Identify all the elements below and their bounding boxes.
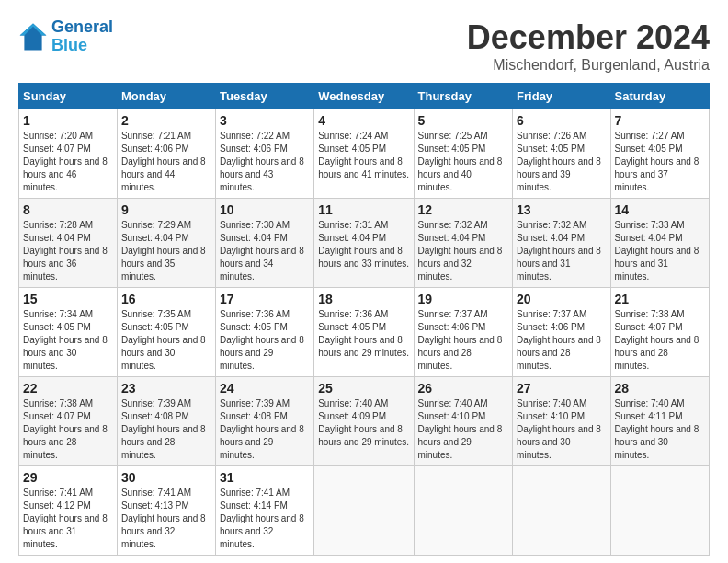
calendar-cell: 25 Sunrise: 7:40 AMSunset: 4:09 PMDaylig…	[314, 377, 414, 466]
day-number: 5	[418, 113, 509, 128]
day-number: 7	[615, 113, 705, 128]
calendar-cell: 1 Sunrise: 7:20 AMSunset: 4:07 PMDayligh…	[19, 109, 118, 199]
month-title: December 2024	[467, 18, 710, 57]
day-number: 17	[220, 292, 310, 306]
calendar-row: 15 Sunrise: 7:34 AMSunset: 4:05 PMDaylig…	[19, 288, 710, 377]
calendar-cell: 22 Sunrise: 7:38 AMSunset: 4:07 PMDaylig…	[19, 377, 118, 466]
day-info: Sunrise: 7:29 AMSunset: 4:04 PMDaylight …	[121, 220, 206, 282]
calendar-cell: 14 Sunrise: 7:33 AMSunset: 4:04 PMDaylig…	[610, 199, 709, 288]
header: General Blue December 2024 Mischendorf, …	[18, 18, 710, 74]
calendar-cell: 26 Sunrise: 7:40 AMSunset: 4:10 PMDaylig…	[414, 377, 513, 466]
day-number: 18	[318, 292, 409, 306]
day-info: Sunrise: 7:27 AMSunset: 4:05 PMDaylight …	[615, 131, 700, 192]
calendar-cell: 7 Sunrise: 7:27 AMSunset: 4:05 PMDayligh…	[610, 109, 709, 199]
calendar-cell: 27 Sunrise: 7:40 AMSunset: 4:10 PMDaylig…	[513, 377, 610, 466]
day-number: 14	[615, 202, 705, 217]
day-info: Sunrise: 7:24 AMSunset: 4:05 PMDaylight …	[318, 131, 409, 179]
calendar-cell: 20 Sunrise: 7:37 AMSunset: 4:06 PMDaylig…	[513, 288, 610, 377]
calendar-cell: 16 Sunrise: 7:35 AMSunset: 4:05 PMDaylig…	[117, 288, 215, 377]
day-number: 31	[220, 470, 310, 485]
day-info: Sunrise: 7:41 AMSunset: 4:13 PMDaylight …	[121, 488, 206, 549]
day-info: Sunrise: 7:32 AMSunset: 4:04 PMDaylight …	[517, 220, 601, 282]
calendar-cell: 5 Sunrise: 7:25 AMSunset: 4:05 PMDayligh…	[414, 109, 513, 199]
calendar-cell: 8 Sunrise: 7:28 AMSunset: 4:04 PMDayligh…	[19, 199, 118, 288]
day-number: 1	[23, 113, 113, 128]
day-info: Sunrise: 7:39 AMSunset: 4:08 PMDaylight …	[220, 398, 304, 460]
weekday-header-tuesday: Tuesday	[215, 84, 313, 109]
day-number: 29	[23, 470, 113, 485]
weekday-header-sunday: Sunday	[19, 84, 118, 109]
page-container: General Blue December 2024 Mischendorf, …	[18, 18, 710, 556]
day-info: Sunrise: 7:40 AMSunset: 4:09 PMDaylight …	[318, 398, 409, 447]
calendar-row: 29 Sunrise: 7:41 AMSunset: 4:12 PMDaylig…	[19, 466, 710, 556]
calendar-cell	[610, 466, 709, 556]
day-number: 20	[517, 292, 606, 306]
day-number: 6	[517, 113, 606, 128]
day-number: 22	[23, 381, 113, 396]
day-info: Sunrise: 7:22 AMSunset: 4:06 PMDaylight …	[220, 131, 304, 192]
calendar-cell: 2 Sunrise: 7:21 AMSunset: 4:06 PMDayligh…	[117, 109, 215, 199]
weekday-header-thursday: Thursday	[414, 84, 513, 109]
weekday-header-row: SundayMondayTuesdayWednesdayThursdayFrid…	[19, 84, 710, 109]
day-number: 27	[517, 381, 606, 396]
day-info: Sunrise: 7:25 AMSunset: 4:05 PMDaylight …	[418, 131, 503, 192]
calendar-cell: 29 Sunrise: 7:41 AMSunset: 4:12 PMDaylig…	[19, 466, 118, 556]
calendar-cell: 18 Sunrise: 7:36 AMSunset: 4:05 PMDaylig…	[314, 288, 414, 377]
calendar-cell	[513, 466, 610, 556]
calendar: SundayMondayTuesdayWednesdayThursdayFrid…	[18, 83, 710, 556]
day-info: Sunrise: 7:34 AMSunset: 4:05 PMDaylight …	[23, 309, 108, 371]
calendar-cell: 11 Sunrise: 7:31 AMSunset: 4:04 PMDaylig…	[314, 199, 414, 288]
day-info: Sunrise: 7:37 AMSunset: 4:06 PMDaylight …	[517, 309, 601, 371]
day-number: 9	[121, 202, 211, 217]
day-info: Sunrise: 7:41 AMSunset: 4:14 PMDaylight …	[220, 488, 304, 549]
calendar-cell: 28 Sunrise: 7:40 AMSunset: 4:11 PMDaylig…	[610, 377, 709, 466]
day-number: 23	[121, 381, 211, 396]
calendar-cell: 3 Sunrise: 7:22 AMSunset: 4:06 PMDayligh…	[215, 109, 313, 199]
day-number: 28	[615, 381, 705, 396]
day-number: 15	[23, 292, 113, 306]
calendar-cell: 23 Sunrise: 7:39 AMSunset: 4:08 PMDaylig…	[117, 377, 215, 466]
day-number: 30	[121, 470, 211, 485]
calendar-row: 22 Sunrise: 7:38 AMSunset: 4:07 PMDaylig…	[19, 377, 710, 466]
day-info: Sunrise: 7:32 AMSunset: 4:04 PMDaylight …	[418, 220, 503, 282]
calendar-row: 1 Sunrise: 7:20 AMSunset: 4:07 PMDayligh…	[19, 109, 710, 199]
title-block: December 2024 Mischendorf, Burgenland, A…	[467, 18, 710, 74]
day-info: Sunrise: 7:39 AMSunset: 4:08 PMDaylight …	[121, 398, 206, 460]
calendar-cell: 24 Sunrise: 7:39 AMSunset: 4:08 PMDaylig…	[215, 377, 313, 466]
calendar-cell: 10 Sunrise: 7:30 AMSunset: 4:04 PMDaylig…	[215, 199, 313, 288]
weekday-header-friday: Friday	[513, 84, 610, 109]
day-info: Sunrise: 7:41 AMSunset: 4:12 PMDaylight …	[23, 488, 108, 549]
logo-text: General Blue	[51, 18, 113, 55]
day-number: 10	[220, 202, 310, 217]
calendar-cell: 12 Sunrise: 7:32 AMSunset: 4:04 PMDaylig…	[414, 199, 513, 288]
calendar-cell: 9 Sunrise: 7:29 AMSunset: 4:04 PMDayligh…	[117, 199, 215, 288]
day-info: Sunrise: 7:35 AMSunset: 4:05 PMDaylight …	[121, 309, 206, 371]
day-number: 12	[418, 202, 509, 217]
calendar-cell: 15 Sunrise: 7:34 AMSunset: 4:05 PMDaylig…	[19, 288, 118, 377]
location-title: Mischendorf, Burgenland, Austria	[467, 57, 710, 74]
day-number: 3	[220, 113, 310, 128]
day-info: Sunrise: 7:40 AMSunset: 4:10 PMDaylight …	[517, 398, 601, 460]
day-info: Sunrise: 7:40 AMSunset: 4:11 PMDaylight …	[615, 398, 700, 460]
day-info: Sunrise: 7:28 AMSunset: 4:04 PMDaylight …	[23, 220, 108, 282]
weekday-header-saturday: Saturday	[610, 84, 709, 109]
calendar-cell: 31 Sunrise: 7:41 AMSunset: 4:14 PMDaylig…	[215, 466, 313, 556]
calendar-cell	[414, 466, 513, 556]
day-number: 11	[318, 202, 409, 217]
weekday-header-monday: Monday	[117, 84, 215, 109]
day-info: Sunrise: 7:38 AMSunset: 4:07 PMDaylight …	[23, 398, 108, 460]
calendar-cell: 13 Sunrise: 7:32 AMSunset: 4:04 PMDaylig…	[513, 199, 610, 288]
day-number: 2	[121, 113, 211, 128]
calendar-cell	[314, 466, 414, 556]
day-number: 13	[517, 202, 606, 217]
day-number: 26	[418, 381, 509, 396]
day-number: 19	[418, 292, 509, 306]
day-info: Sunrise: 7:36 AMSunset: 4:05 PMDaylight …	[318, 309, 409, 358]
day-info: Sunrise: 7:21 AMSunset: 4:06 PMDaylight …	[121, 131, 206, 192]
day-number: 21	[615, 292, 705, 306]
day-info: Sunrise: 7:38 AMSunset: 4:07 PMDaylight …	[615, 309, 700, 371]
weekday-header-wednesday: Wednesday	[314, 84, 414, 109]
day-number: 24	[220, 381, 310, 396]
calendar-cell: 19 Sunrise: 7:37 AMSunset: 4:06 PMDaylig…	[414, 288, 513, 377]
calendar-row: 8 Sunrise: 7:28 AMSunset: 4:04 PMDayligh…	[19, 199, 710, 288]
